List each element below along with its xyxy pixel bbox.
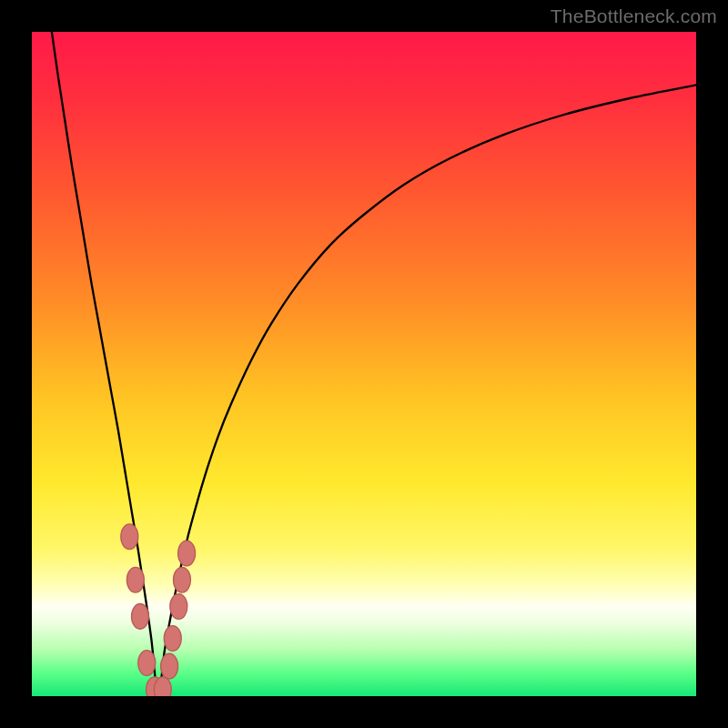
curve-marker — [138, 651, 156, 676]
curve-marker — [170, 594, 187, 620]
curve-marker — [132, 604, 149, 630]
curve-marker — [154, 677, 171, 696]
curve-marker — [164, 626, 181, 652]
chart-svg — [32, 32, 696, 696]
curve-marker — [173, 567, 190, 592]
curve-marker — [121, 524, 138, 550]
curve-markers — [121, 524, 196, 696]
chart-frame: TheBottleneck.com — [0, 0, 728, 728]
watermark-text: TheBottleneck.com — [551, 5, 717, 27]
curve-marker — [178, 541, 196, 566]
curve-marker — [126, 567, 144, 592]
curve-marker — [161, 653, 178, 679]
bottleneck-curve — [52, 32, 696, 696]
plot-area — [32, 32, 696, 696]
